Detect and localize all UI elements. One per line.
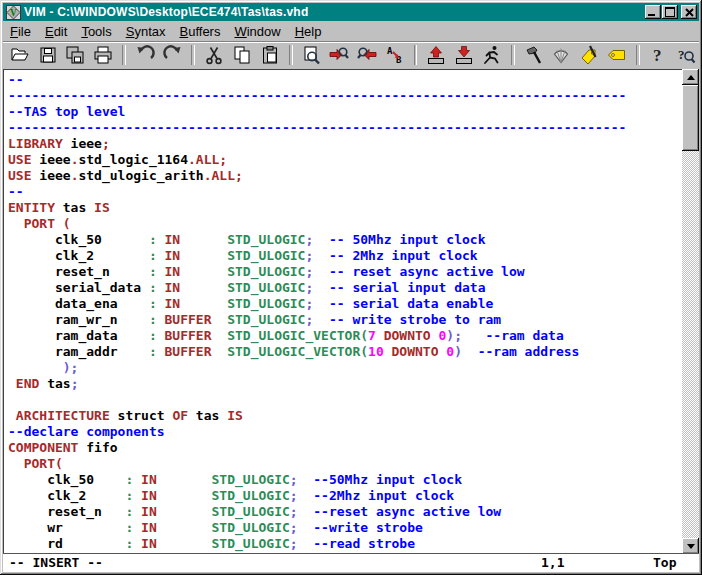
menu-syntax[interactable]: Syntax — [119, 22, 173, 41]
svg-text:A: A — [387, 46, 393, 56]
code-line[interactable] — [8, 392, 681, 408]
code-line[interactable]: -- — [8, 72, 681, 88]
load-session-button[interactable] — [423, 43, 449, 67]
replace-button[interactable]: AB — [382, 43, 408, 67]
code-line[interactable]: reset_n : IN STD_ULOGIC; -- reset async … — [8, 264, 681, 280]
find-help-button[interactable]: ? — [673, 43, 699, 67]
toolbar-separator — [414, 45, 418, 65]
floppy-icon — [37, 45, 59, 65]
code-line[interactable]: --TAS top level — [8, 104, 681, 120]
code-line[interactable]: ENTITY tas IS — [8, 200, 681, 216]
code-line[interactable]: USE ieee.std_ulogic_arith.ALL; — [8, 168, 681, 184]
jump-tag-button[interactable] — [604, 43, 630, 67]
arrow-up-icon — [687, 71, 695, 80]
code-line[interactable]: END tas; — [8, 376, 681, 392]
code-line[interactable]: ----------------------------------------… — [8, 88, 681, 104]
code-line[interactable]: rd : IN STD_ULOGIC; --read strobe — [8, 536, 681, 552]
close-button[interactable] — [681, 5, 697, 19]
vim-app-icon: V — [6, 5, 21, 20]
code-line[interactable]: --declare components — [8, 424, 681, 440]
print-button[interactable] — [90, 43, 116, 67]
find-next-button[interactable] — [326, 43, 352, 67]
printer-icon — [92, 45, 114, 65]
code-line[interactable]: ram_data : BUFFER STD_ULOGIC_VECTOR(7 DO… — [8, 328, 681, 344]
save-all-button[interactable] — [62, 43, 88, 67]
code-line[interactable]: ram_wr_n : BUFFER STD_ULOGIC; -- write s… — [8, 312, 681, 328]
session-save-icon — [453, 45, 475, 65]
code-line[interactable]: wr : IN STD_ULOGIC; --write strobe — [8, 520, 681, 536]
code-line[interactable]: data_ena : IN STD_ULOGIC; -- serial data… — [8, 296, 681, 312]
paste-button[interactable] — [257, 43, 283, 67]
cut-button[interactable] — [201, 43, 227, 67]
mode-indicator: -- INSERT -- — [9, 555, 103, 570]
clipboard-icon — [259, 45, 281, 65]
code-line[interactable]: ram_addr : BUFFER STD_ULOGIC_VECTOR(10 D… — [8, 344, 681, 360]
editor-client-area: ----------------------------------------… — [3, 69, 699, 572]
save-button[interactable] — [35, 43, 61, 67]
menu-file[interactable]: File — [3, 22, 38, 41]
menu-bar: FileEditToolsSyntaxBuffersWindowHelp — [3, 21, 699, 41]
close-icon — [685, 8, 694, 17]
cursor-position: 1,1 — [541, 555, 564, 570]
copy-icon — [231, 45, 253, 65]
scroll-up-button[interactable] — [682, 69, 699, 85]
vertical-scrollbar[interactable] — [682, 69, 699, 554]
copy-button[interactable] — [229, 43, 255, 67]
scroll-down-button[interactable] — [682, 538, 699, 554]
undo-button[interactable] — [132, 43, 158, 67]
tag-pencil-icon — [578, 45, 600, 65]
undo-icon — [134, 45, 156, 65]
vim-window: V VIM - C:\WINDOWS\Desktop\ECE474\Tas\ta… — [0, 0, 702, 575]
code-line[interactable]: ----------------------------------------… — [8, 120, 681, 136]
code-line[interactable]: LIBRARY ieee; — [8, 136, 681, 152]
save-session-button[interactable] — [451, 43, 477, 67]
code-line[interactable]: clk_50 : IN STD_ULOGIC; --50Mhz input cl… — [8, 472, 681, 488]
code-line[interactable]: ); — [8, 360, 681, 376]
hammer-icon — [523, 45, 545, 65]
toolbar-separator — [289, 45, 293, 65]
code-line[interactable]: USE ieee.std_logic_1164.ALL; — [8, 152, 681, 168]
arrow-down-icon — [687, 544, 695, 553]
tag-icon — [606, 45, 628, 65]
scrollbar-thumb[interactable] — [682, 85, 699, 151]
toolbar-separator — [191, 45, 195, 65]
build-tags-button[interactable] — [576, 43, 602, 67]
code-line[interactable]: PORT( — [8, 456, 681, 472]
toolbar-separator — [636, 45, 640, 65]
make-button[interactable] — [521, 43, 547, 67]
code-line[interactable]: COMPONENT fifo — [8, 440, 681, 456]
shell-button[interactable] — [548, 43, 574, 67]
text-editor-area[interactable]: ----------------------------------------… — [4, 70, 681, 554]
minimize-icon — [648, 14, 655, 16]
code-line[interactable]: clk_2 : IN STD_ULOGIC; --2Mhz input cloc… — [8, 488, 681, 504]
running-man-icon — [481, 45, 503, 65]
code-line[interactable]: reset_n : IN STD_ULOGIC; --reset async a… — [8, 504, 681, 520]
menu-window[interactable]: Window — [227, 22, 287, 41]
open-folder-icon — [9, 45, 31, 65]
floppy-stack-icon — [64, 45, 86, 65]
help-button[interactable]: ? — [646, 43, 672, 67]
toolbar-separator — [511, 45, 515, 65]
minimize-button[interactable] — [645, 5, 661, 19]
status-bar: -- INSERT -- 1,1 Top — [3, 553, 699, 572]
toolbar-separator — [122, 45, 126, 65]
code-line[interactable]: PORT ( — [8, 216, 681, 232]
code-line[interactable]: clk_2 : IN STD_ULOGIC; -- 2Mhz input clo… — [8, 248, 681, 264]
redo-icon — [162, 45, 184, 65]
maximize-button[interactable] — [662, 5, 678, 19]
search-next-icon — [328, 45, 350, 65]
find-button[interactable] — [299, 43, 325, 67]
title-bar[interactable]: V VIM - C:\WINDOWS\Desktop\ECE474\Tas\ta… — [3, 3, 699, 21]
code-line[interactable]: -- — [8, 184, 681, 200]
code-line[interactable]: clk_50 : IN STD_ULOGIC; -- 50Mhz input c… — [8, 232, 681, 248]
run-script-button[interactable] — [479, 43, 505, 67]
menu-tools[interactable]: Tools — [74, 22, 118, 41]
menu-buffers[interactable]: Buffers — [172, 22, 227, 41]
open-file-button[interactable] — [7, 43, 33, 67]
redo-button[interactable] — [160, 43, 186, 67]
code-line[interactable]: ARCHITECTURE struct OF tas IS — [8, 408, 681, 424]
menu-edit[interactable]: Edit — [38, 22, 74, 41]
find-prev-button[interactable] — [354, 43, 380, 67]
menu-help[interactable]: Help — [288, 22, 329, 41]
code-line[interactable]: serial_data : IN STD_ULOGIC; -- serial i… — [8, 280, 681, 296]
